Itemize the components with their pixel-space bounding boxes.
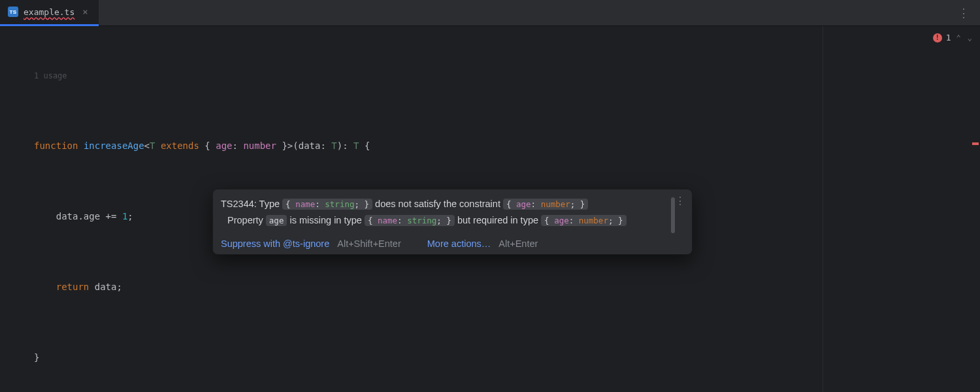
code-snippet: age	[266, 215, 287, 226]
tab-bar: TS example.ts × ⋮	[0, 0, 980, 26]
tab-bar-more-button[interactable]: ⋮	[947, 6, 980, 20]
shortcut-hint: Alt+Shift+Enter	[337, 238, 401, 249]
tab-filename: example.ts	[24, 7, 74, 17]
tooltip-actions: Suppress with @ts-ignore Alt+Shift+Enter…	[221, 238, 664, 249]
editor: 1 usage function increaseAge<T extends {…	[0, 26, 980, 392]
next-highlight-button[interactable]: ⌄	[966, 33, 973, 42]
error-count: 1	[946, 33, 951, 42]
more-actions-link[interactable]: More actions…	[427, 238, 491, 249]
code-snippet: { age: number; }	[541, 215, 626, 226]
close-tab-button[interactable]: ×	[80, 6, 90, 18]
tooltip-message: TS2344: Type { name: string; } does not …	[221, 196, 664, 229]
inlay-usage-hint[interactable]: 1 usage	[34, 67, 823, 84]
tooltip-more-button[interactable]: ⋮	[675, 195, 685, 207]
error-stripe-mark[interactable]	[972, 142, 979, 145]
error-tooltip: ⋮ TS2344: Type { name: string; } does no…	[212, 189, 693, 255]
tooltip-scrollbar[interactable]	[671, 197, 675, 233]
editor-right-panel: ! 1 ⌃ ⌄	[823, 26, 980, 392]
code-line[interactable]: }	[34, 349, 823, 367]
code-snippet: { name: string; }	[282, 199, 372, 210]
code-snippet: { age: number; }	[503, 199, 588, 210]
code-snippet: { name: string; }	[365, 215, 455, 226]
prev-highlight-button[interactable]: ⌃	[955, 33, 962, 42]
editor-main[interactable]: 1 usage function increaseAge<T extends {…	[0, 26, 823, 392]
shortcut-hint: Alt+Enter	[498, 238, 538, 249]
typescript-file-icon: TS	[8, 7, 18, 17]
code-line[interactable]: return data;	[34, 278, 823, 296]
suppress-ts-ignore-link[interactable]: Suppress with @ts-ignore	[221, 238, 329, 249]
inspection-widget[interactable]: ! 1 ⌃ ⌄	[933, 33, 973, 42]
tab-active[interactable]: TS example.ts ×	[0, 0, 99, 26]
error-icon: !	[933, 33, 942, 42]
code-line[interactable]: function increaseAge<T extends { age: nu…	[34, 137, 823, 155]
